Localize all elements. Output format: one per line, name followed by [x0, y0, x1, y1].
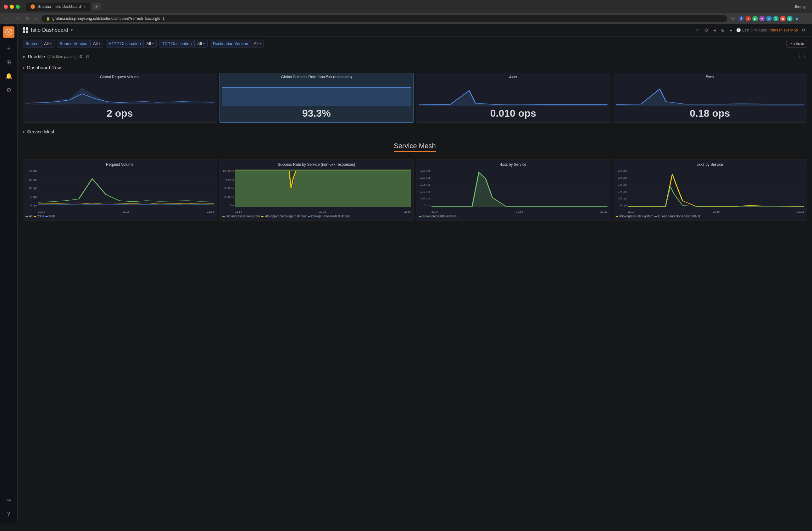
ext-icon-3[interactable]: ▶ [752, 16, 758, 21]
ext-icon-9[interactable]: ⊕ [794, 16, 799, 21]
sidebar-item-alerts[interactable]: 🔔 [2, 70, 15, 83]
legend-istio-4x-dot [419, 216, 421, 217]
filter-source-version-label[interactable]: Source Version [57, 40, 90, 47]
chart-success-rate: Success Rate by Service (non-5xx respons… [219, 159, 414, 221]
filter-http-dest: HTTP Destination All ▾ [106, 40, 157, 47]
dashboard-dropdown-icon[interactable]: ▾ [71, 28, 73, 32]
bookmark-icon[interactable]: ☆ [729, 15, 736, 22]
ext-icon-1[interactable]: S [738, 16, 744, 21]
filter-source-label[interactable]: Source [23, 40, 41, 47]
back-button[interactable]: ← [4, 15, 11, 22]
sidebar-item-add[interactable]: ＋ [2, 42, 15, 55]
legend-200s-label: 200s [37, 215, 44, 218]
chart-5xxs-service-inner [628, 169, 804, 207]
ext-icon-5[interactable]: ✉ [766, 16, 772, 21]
home-button[interactable]: ⌂ [33, 15, 39, 22]
refresh-icon[interactable]: ↺ [800, 26, 807, 34]
filter-tcp-dest-value[interactable]: All ▾ [195, 40, 207, 47]
row-settings-icon[interactable]: ⚙ [79, 54, 83, 59]
time-range[interactable]: 🕐 Last 5 minutes Refresh every 5s [736, 28, 798, 32]
lock-icon: 🔒 [46, 17, 50, 21]
y-label-50: 50.00% [222, 187, 234, 190]
legend-k8s-agent-5x: k8s-app-monitor-agent.default [654, 215, 700, 218]
chart-4xxs-service-inner [432, 169, 608, 207]
zoom-button[interactable]: ⊕ [720, 26, 726, 34]
service-mesh-section-title: Service Mesh [27, 129, 56, 134]
sidebar-logo[interactable] [3, 26, 14, 38]
close-button[interactable] [4, 5, 8, 9]
row-title-bar[interactable]: ▶ Row title (1 hidden panels) ⚙ 🗑 ⋮⋮ [18, 51, 812, 62]
filter-tcp-dest-label[interactable]: TCP Destination [159, 40, 194, 47]
grid-cell-1 [23, 27, 25, 30]
menu-icon[interactable]: ⋮ [802, 15, 808, 22]
filter-http-dest-label[interactable]: HTTP Destination [106, 40, 143, 47]
filter-dest-version-value[interactable]: All ▾ [251, 40, 264, 47]
forward-button[interactable]: → [14, 15, 21, 22]
legend-all-dot [26, 216, 28, 217]
chart-success-rate-title: Success Rate by Service (non-5xx respons… [222, 162, 411, 167]
sidebar-item-signin[interactable]: ↪ [2, 494, 15, 506]
minimize-button[interactable] [10, 5, 14, 9]
ext-icon-7[interactable]: ■ [780, 16, 786, 21]
y-label-20: 2.0 ops [616, 176, 627, 179]
refresh-button[interactable]: ↻ [24, 15, 31, 22]
chart-5xxs-service-title: 5xxs by Service [616, 162, 804, 167]
maximize-button[interactable] [16, 5, 20, 9]
ext-icon-4[interactable]: A [759, 16, 765, 21]
sidebar-item-help[interactable]: ? [2, 508, 15, 520]
sidebar: ＋ ⊞ 🔔 ⚙ ↪ ? [0, 24, 18, 523]
panel-4xxs-value: 0.010 ops [416, 106, 610, 123]
next-button[interactable]: ▸ [729, 26, 734, 34]
legend-all: All [26, 215, 32, 218]
panel-5xxs: 5xxs 0.18 ops [613, 73, 807, 123]
time-range-label: Last 5 minutes [742, 28, 767, 32]
x-label-sr-2214: 22:14 [235, 210, 242, 213]
dashboard-title[interactable]: Istio Dashboard [31, 27, 68, 33]
y-label-5: 5 ops [26, 195, 37, 199]
prev-button[interactable]: ◂ [712, 26, 717, 34]
legend-k8s-test-sr-label: k8s-app-monitor-test.default [311, 215, 351, 218]
share-button[interactable]: ↗ [694, 26, 700, 34]
global-success-rate-svg [222, 81, 411, 106]
chart-5xxs-service: 5xxs by Service 2.5 ops 2.0 ops 1.5 ops … [613, 159, 807, 221]
row-actions: ⚙ 🗑 [79, 54, 89, 59]
traffic-lights [4, 5, 20, 9]
chart-5xxs-service-y-axis: 2.5 ops 2.0 ops 1.5 ops 1.0 ops 0.5 ops … [616, 169, 628, 207]
4xxs-svg [419, 81, 608, 106]
ext-icon-8[interactable]: ◆ [787, 16, 793, 21]
tab-close-button[interactable]: ✕ [83, 5, 86, 9]
sidebar-item-dashboards[interactable]: ⊞ [2, 56, 15, 69]
service-mesh-title-bar[interactable]: ▾ Service Mesh [18, 127, 812, 137]
active-tab[interactable]: Grafana - Istio Dashboard ✕ [26, 2, 90, 11]
app-layout: ＋ ⊞ 🔔 ⚙ ↪ ? [0, 24, 812, 523]
filter-source-value[interactable]: All ▾ [41, 40, 54, 47]
extension-icons: S ● ▶ A ✉ G ■ ◆ ⊕ [738, 16, 799, 21]
filter-tcp-dest-arrow: ▾ [203, 42, 205, 45]
filter-http-dest-value[interactable]: All ▾ [144, 40, 157, 47]
filter-dest-version-label[interactable]: Destination Version [210, 40, 251, 47]
filters-bar: Source All ▾ Source Version All ▾ HTTP D… [18, 37, 812, 51]
y-label-025: 0.25 ops [419, 169, 431, 172]
panel-global-request-volume-value: 2 ops [23, 106, 217, 123]
clock-icon: 🕐 [736, 28, 741, 32]
grafana-header: Istio Dashboard ▾ ↗ ⚙ ◂ ⊕ ▸ 🕐 Last 5 min… [18, 24, 812, 37]
istio-link[interactable]: ↗ istio.io [786, 40, 807, 47]
filter-source: Source All ▾ [23, 40, 54, 47]
sidebar-item-settings[interactable]: ⚙ [2, 84, 15, 96]
row-drag-handle[interactable]: ⋮⋮ [797, 54, 807, 59]
istio-link-label: istio.io [794, 42, 804, 46]
istio-link-text[interactable]: ↗ istio.io [786, 40, 807, 47]
filter-source-version-value[interactable]: All ▾ [90, 40, 103, 47]
dashboard-row-title-bar[interactable]: ▾ Dashboard Row [18, 62, 812, 73]
y-label-005: 0.05 ops [419, 197, 431, 200]
ext-icon-6[interactable]: G [773, 16, 779, 21]
svg-marker-6 [235, 171, 411, 207]
ext-icon-2[interactable]: ● [745, 16, 751, 21]
panel-global-success-rate-title: Global Success Rate (non-5xx responses) [220, 73, 414, 81]
svg-marker-12 [432, 172, 608, 207]
address-bar[interactable]: 🔒 grafana.istio.jimmysong.io/d/1/istio-d… [42, 15, 727, 22]
service-mesh-page-title: Service Mesh [394, 142, 436, 152]
new-tab-button[interactable]: + [92, 3, 101, 10]
settings-button[interactable]: ⚙ [703, 26, 710, 34]
row-delete-icon[interactable]: 🗑 [85, 54, 89, 59]
